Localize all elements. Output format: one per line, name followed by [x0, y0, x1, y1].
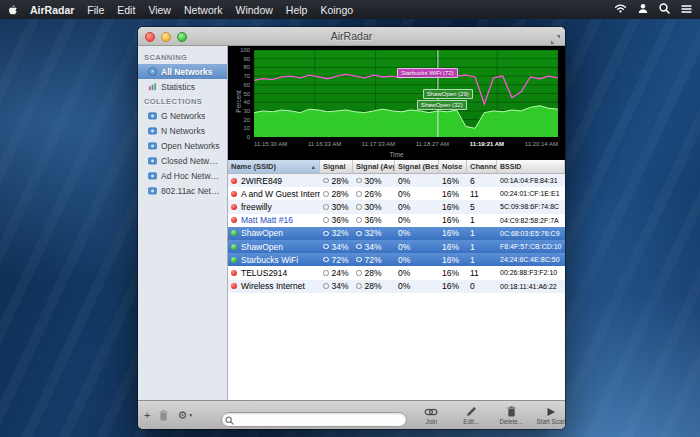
signal-avg-value: 28% — [365, 268, 382, 278]
sidebar-item-label: Closed Networks — [161, 156, 221, 166]
table-row[interactable]: ShawOpen32%32%0%16%10C:68:03:E5:76:C9 — [228, 227, 565, 240]
sidebar-item-label: Ad Hoc Networks — [161, 171, 221, 181]
table-row[interactable]: A and W Guest Internet28%26%0%16%1100:24… — [228, 187, 565, 200]
wifi-icon[interactable] — [614, 3, 627, 16]
sidebar-item-802-11ac-networks[interactable]: 802.11ac Networks — [138, 183, 227, 198]
trash-icon — [507, 406, 516, 418]
signal-gauge-icon — [323, 257, 329, 263]
column-header-signal-best-[interactable]: Signal (Best) — [395, 160, 439, 173]
signal-best-value: 0% — [395, 215, 439, 225]
table-row[interactable]: TELUS291424%28%0%16%1100:26:88:F3:F2:10 — [228, 266, 565, 279]
network-name: Starbucks WiFi — [241, 255, 298, 265]
table-row[interactable]: Wireless Internet34%28%0%16%000:18:11:41… — [228, 280, 565, 293]
stats-icon — [148, 82, 157, 91]
bssid-value: 24:24:6C:4E:8C:50 — [497, 256, 565, 263]
zoom-button[interactable] — [177, 32, 187, 42]
x-tick-label: 11:15:30 AM — [254, 141, 287, 147]
menu-network[interactable]: Network — [184, 4, 223, 16]
menu-edit[interactable]: Edit — [117, 4, 135, 16]
join-button[interactable]: Join — [413, 405, 449, 426]
signal-value: 28% — [332, 189, 349, 199]
signal-gauge-icon — [323, 231, 329, 237]
notification-center-icon[interactable] — [681, 4, 692, 16]
edit-button[interactable]: Edit... — [453, 405, 489, 426]
table-row[interactable]: Starbucks WiFi72%72%0%16%124:24:6C:4E:8C… — [228, 253, 565, 266]
column-header-name-ssid-[interactable]: Name (SSID)▲ — [228, 160, 320, 173]
bssid-value: 00:24:01:CF:1E:E1 — [497, 190, 565, 197]
y-tick-label: 90 — [244, 56, 250, 62]
menu-airradar[interactable]: AirRadar — [30, 4, 74, 16]
menu-file[interactable]: File — [87, 4, 104, 16]
table-body: 2WIRE84928%30%0%16%600:1A:04:F8:84:31A a… — [228, 174, 565, 400]
play-icon — [546, 406, 556, 418]
menu-view[interactable]: View — [148, 4, 171, 16]
close-button[interactable] — [145, 32, 155, 42]
open-network-status-icon — [231, 230, 237, 236]
user-icon[interactable] — [638, 3, 648, 16]
sidebar-item-statistics[interactable]: Statistics — [138, 79, 227, 94]
channel-value: 11 — [467, 268, 497, 278]
signal-value: 36% — [332, 215, 349, 225]
x-tick-label: 11:18:27 AM — [416, 141, 449, 147]
signal-value: 34% — [332, 281, 349, 291]
signal-avg-value: 34% — [365, 242, 382, 252]
column-header-noise[interactable]: Noise — [439, 160, 467, 173]
sidebar-item-g-networks[interactable]: G Networks — [138, 108, 227, 123]
signal-value: 24% — [332, 268, 349, 278]
main-area: Percent 0102030405060708090100 Starbucks… — [228, 46, 565, 400]
toolbar-button-label: Start Scan — [537, 418, 565, 425]
signal-best-value: 0% — [395, 255, 439, 265]
search-input[interactable] — [221, 412, 407, 427]
signal-gauge-icon — [323, 270, 329, 276]
delete-button[interactable]: Delete... — [493, 405, 529, 426]
sidebar-item-all-networks[interactable]: All Networks — [138, 64, 227, 79]
signal-chart: Percent 0102030405060708090100 Starbucks… — [228, 46, 565, 160]
y-tick-label: 70 — [244, 73, 250, 79]
search-box — [221, 408, 407, 423]
column-header-bssid[interactable]: BSSID — [497, 160, 565, 173]
menu-bar: AirRadarFileEditViewNetworkWindowHelpKoi… — [0, 0, 700, 19]
table-row[interactable]: ShawOpen34%34%0%16%1F8:4F:57:CB:CD:10 — [228, 240, 565, 253]
sidebar-item-n-networks[interactable]: N Networks — [138, 123, 227, 138]
noise-value: 16% — [439, 189, 467, 199]
table-row[interactable]: freewilly30%30%0%16%55C:09:98:6F:74:8C — [228, 200, 565, 213]
desktop: { "menu_bar": { "app_items": ["AirRadar"… — [0, 0, 700, 437]
sidebar-item-label: All Networks — [161, 67, 213, 77]
sidebar-item-open-networks[interactable]: Open Networks — [138, 138, 227, 153]
sidebar-item-closed-networks[interactable]: Closed Networks — [138, 153, 227, 168]
collection-icon — [148, 111, 157, 120]
sidebar-item-label: 802.11ac Networks — [161, 186, 221, 196]
actions-gear-button[interactable]: ⚙▼ — [177, 410, 193, 421]
menu-koingo[interactable]: Koingo — [320, 4, 353, 16]
noise-value: 16% — [439, 242, 467, 252]
menu-window[interactable]: Window — [235, 4, 272, 16]
start-scan-button[interactable]: Start Scan — [533, 405, 565, 426]
signal-best-value: 0% — [395, 202, 439, 212]
signal-gauge-icon — [323, 244, 329, 250]
y-tick-label: 40 — [244, 99, 250, 105]
add-collection-button[interactable]: + — [144, 410, 150, 421]
column-header-signal-avg-[interactable]: Signal (Avg) — [353, 160, 395, 173]
bottom-toolbar: + ⚙▼ JoinEdit...Delete...Start Scan — [138, 400, 565, 429]
column-header-signal[interactable]: Signal — [320, 160, 353, 173]
minimize-button[interactable] — [161, 32, 171, 42]
bssid-value: 04:C9:82:58:2F:7A — [497, 217, 565, 224]
bssid-value: 00:18:11:41:A6:22 — [497, 283, 565, 290]
menu-status-area — [614, 3, 692, 16]
apple-icon[interactable] — [8, 4, 18, 16]
menu-help[interactable]: Help — [286, 4, 308, 16]
spotlight-icon[interactable] — [659, 3, 670, 16]
y-tick-label: 60 — [244, 82, 250, 88]
table-row[interactable]: 2WIRE84928%30%0%16%600:1A:04:F8:84:31 — [228, 174, 565, 187]
network-name: freewilly — [241, 202, 272, 212]
table-row[interactable]: Matt Matt #1636%36%0%16%104:C9:82:58:2F:… — [228, 214, 565, 227]
chart-plot-area[interactable]: Starbucks WiFi (72)ShawOpen (29)ShawOpen… — [254, 50, 558, 137]
channel-value: 1 — [467, 215, 497, 225]
link-icon — [424, 406, 438, 418]
title-bar[interactable]: AirRadar — [138, 27, 565, 46]
remove-collection-icon[interactable] — [159, 410, 168, 421]
column-header-channel[interactable]: Channel — [467, 160, 497, 173]
signal-gauge-icon — [356, 244, 362, 250]
signal-avg-value: 32% — [365, 228, 382, 238]
sidebar-item-ad-hoc-networks[interactable]: Ad Hoc Networks — [138, 168, 227, 183]
